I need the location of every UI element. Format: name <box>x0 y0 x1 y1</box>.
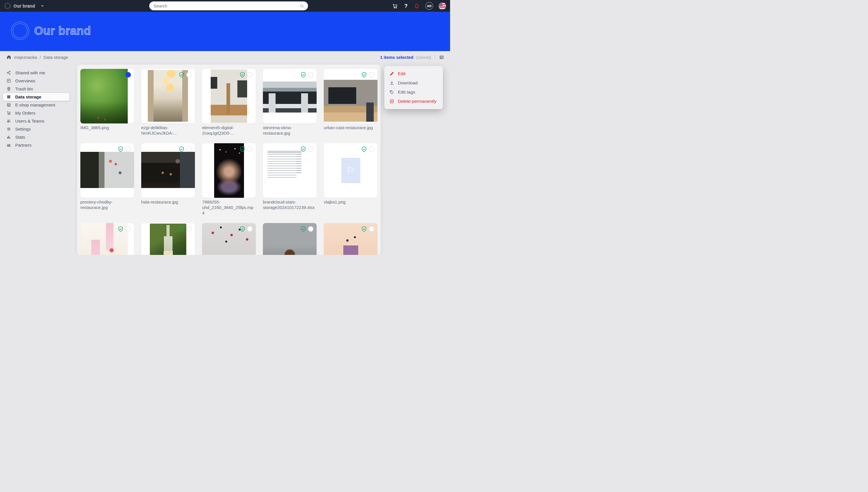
file-cell: urban-cast-restaurace.jpg <box>324 69 377 136</box>
search-bar[interactable] <box>149 1 308 10</box>
select-checkbox[interactable] <box>186 226 192 232</box>
sidebar-item-data-storage[interactable]: Data storage <box>3 93 70 101</box>
file-name: brandcloud-stats-storage202410172239.xls… <box>263 199 317 210</box>
file-card[interactable] <box>202 223 256 255</box>
brand-name: Our brand <box>14 3 35 8</box>
menu-item-download[interactable]: Download <box>385 78 443 88</box>
partners-icon <box>6 143 11 148</box>
sidebar-item-partners[interactable]: Partners <box>3 141 70 149</box>
help-icon[interactable]: ? <box>403 3 408 9</box>
search-icon[interactable] <box>299 3 304 8</box>
file-card[interactable] <box>202 143 256 198</box>
file-cell: element5-digital-2cwqJgtQ3D0-... <box>202 69 256 136</box>
select-checkbox[interactable] <box>186 72 192 77</box>
selection-status: 1 items selected <box>380 55 413 60</box>
sidebar-item-label: Shared with me <box>15 70 45 75</box>
file-card[interactable] <box>80 143 134 198</box>
menu-item-edit-tags[interactable]: Edit tags <box>385 88 443 97</box>
file-cell: hala-restaurace.jpg <box>141 143 195 216</box>
file-card[interactable] <box>202 69 256 123</box>
sidebar-item-label: Trash bin <box>15 87 33 91</box>
file-thumbnail-restaurant-blur <box>80 152 134 188</box>
sidebar-item-label: Data storage <box>15 94 41 99</box>
file-cell: brandcloud-stats-storage202410172239.xls… <box>263 143 317 216</box>
select-checkbox[interactable] <box>308 72 314 77</box>
notifications-bell-icon[interactable] <box>414 3 420 9</box>
brand-menu[interactable]: Our brand <box>5 0 45 12</box>
home-icon[interactable] <box>6 54 11 60</box>
menu-item-edit[interactable]: Edit <box>385 69 443 78</box>
file-card[interactable] <box>141 143 195 198</box>
language-flag-icon[interactable] <box>439 2 446 10</box>
select-checkbox[interactable] <box>308 146 314 152</box>
file-card[interactable] <box>141 223 195 255</box>
list-view-icon[interactable] <box>439 54 444 60</box>
shield-check-icon <box>178 226 184 232</box>
file-thumbnail-cafe-chalkboard <box>324 80 377 122</box>
file-card[interactable] <box>324 223 377 255</box>
file-card[interactable] <box>263 69 317 123</box>
shield-check-icon <box>240 146 245 153</box>
stats-icon <box>6 134 11 140</box>
download-icon <box>389 80 394 85</box>
file-name: urban-cast-restaurace.jpg <box>324 125 377 130</box>
file-cell <box>324 223 377 255</box>
sidebar-item-stats[interactable]: Stats <box>3 133 70 141</box>
sidebar-item-overviews[interactable]: Overviews <box>3 77 70 85</box>
shield-check-icon <box>240 72 245 78</box>
select-checkbox[interactable] <box>186 146 192 152</box>
select-checkbox[interactable] <box>247 226 253 232</box>
store-icon <box>6 102 11 107</box>
sidebar-item-e-shop-management[interactable]: E-shop management <box>3 101 70 109</box>
breadcrumb: mojeznacka / Data storage <box>6 54 68 60</box>
menu-item-label: Download <box>398 80 418 85</box>
selection-bar: 1 items selected (cancel) <box>380 54 444 60</box>
file-name: IMG_3865.png <box>80 125 134 130</box>
cart-icon[interactable] <box>392 3 398 9</box>
sidebar-item-shared-with-me[interactable]: Shared with me <box>3 69 70 77</box>
search-input[interactable] <box>153 3 297 8</box>
select-checkbox[interactable] <box>125 72 131 77</box>
file-cell <box>80 223 134 255</box>
file-card[interactable] <box>263 223 317 255</box>
sidebar-item-label: Stats <box>15 134 25 140</box>
breadcrumb-root[interactable]: mojeznacka <box>14 55 37 60</box>
sidebar-item-settings[interactable]: Settings <box>3 125 70 133</box>
select-checkbox[interactable] <box>247 72 253 77</box>
sidebar-item-my-orders[interactable]: My Orders <box>3 109 70 117</box>
menu-item-delete-permanently[interactable]: Delete permanently <box>385 97 443 106</box>
shield-check-icon <box>300 146 306 153</box>
file-name: element5-digital-2cwqJgtQ3D0-... <box>202 125 256 136</box>
selection-cancel-link[interactable]: (cancel) <box>416 55 431 60</box>
select-checkbox[interactable] <box>125 146 131 152</box>
file-card[interactable] <box>141 69 195 123</box>
topbar-actions: ? AR <box>392 0 446 12</box>
shield-check-icon <box>361 72 367 78</box>
avatar[interactable]: AR <box>425 2 433 10</box>
select-checkbox[interactable] <box>369 226 374 232</box>
sidebar-item-trash-bin[interactable]: Trash bin <box>3 85 70 93</box>
select-checkbox[interactable] <box>125 226 131 232</box>
sidebar-item-label: Overviews <box>15 78 35 83</box>
file-card[interactable] <box>80 69 134 123</box>
content-panel: IMG_3865.pngezgi-deliklitas-NmRJCwvJkDA-… <box>77 65 380 255</box>
file-cell <box>263 223 317 255</box>
file-card[interactable] <box>324 69 377 123</box>
share-icon <box>6 70 11 75</box>
file-name: prostory-chodby-restaurace.jpg <box>80 199 134 210</box>
chevron-down-icon[interactable] <box>40 4 45 8</box>
list-icon <box>6 94 11 99</box>
file-cell: prostory-chodby-restaurace.jpg <box>80 143 134 216</box>
select-checkbox[interactable] <box>308 226 314 232</box>
sidebar-item-users-teams[interactable]: Users & Teams <box>3 117 70 125</box>
select-checkbox[interactable] <box>369 72 374 77</box>
file-card[interactable] <box>324 143 377 198</box>
sidebar-item-label: Settings <box>15 127 31 131</box>
select-checkbox[interactable] <box>369 146 374 152</box>
menu-item-label: Delete permanently <box>398 99 436 104</box>
select-checkbox[interactable] <box>247 146 253 152</box>
file-card[interactable] <box>80 223 134 255</box>
file-card[interactable] <box>263 143 317 198</box>
shield-check-icon <box>300 226 306 232</box>
file-name: hala-restaurace.jpg <box>141 199 195 205</box>
